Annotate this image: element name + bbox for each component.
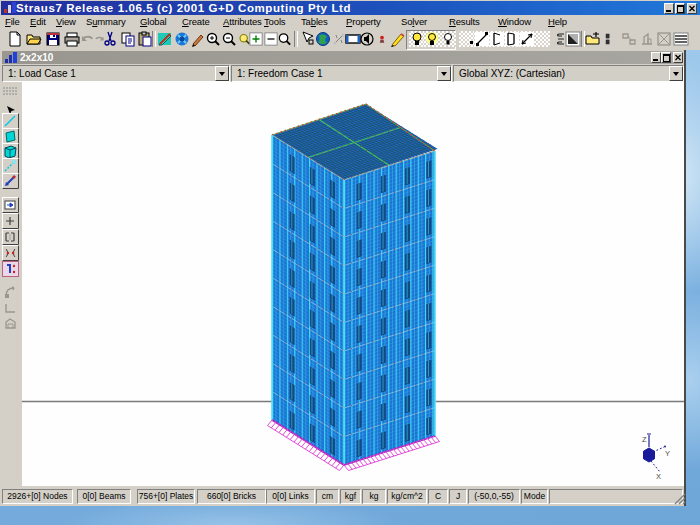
svg-text:X: X <box>656 472 661 481</box>
svg-text:Y: Y <box>665 449 670 458</box>
svg-text:Z: Z <box>642 435 647 444</box>
